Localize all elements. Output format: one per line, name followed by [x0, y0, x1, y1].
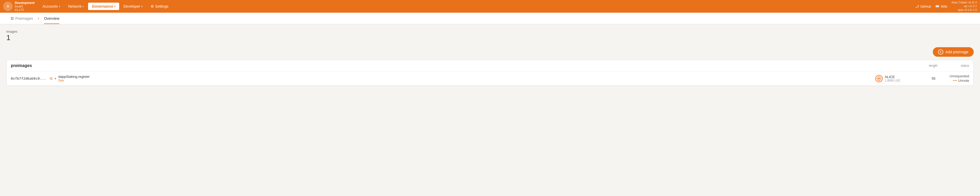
- environment-label: Development: [15, 1, 35, 5]
- account-name: ALICE: [885, 75, 900, 79]
- top-navigation: A Development local/1 #1,173 Accounts ▾ …: [0, 0, 980, 13]
- plus-circle-icon: +: [938, 49, 943, 54]
- svg-point-5: [880, 78, 881, 79]
- hash-cell: 0xfb7f2d6ab9c0...: [11, 76, 48, 80]
- subnav-overview[interactable]: Overview: [40, 13, 64, 24]
- status-cell: Unrequested — Unnote: [937, 74, 969, 83]
- node-label: local/1: [15, 5, 35, 8]
- expand-icon[interactable]: ▾: [54, 77, 56, 80]
- svg-point-2: [878, 76, 880, 78]
- col-status-header: status: [937, 64, 969, 67]
- status-unrequested: Unrequested: [937, 74, 969, 78]
- chevron-down-icon: ▾: [83, 5, 84, 8]
- chevron-down-icon: ▾: [114, 5, 116, 8]
- add-btn-row: + Add preimage: [6, 47, 974, 57]
- preimages-table: preimages length status 0xfb7f2d6ab9c0..…: [6, 60, 974, 86]
- length-cell: 55: [920, 76, 935, 80]
- nav-items: Accounts ▾ Network ▾ Governance ▾ Develo…: [39, 3, 915, 10]
- unnote-dash-icon: —: [953, 78, 957, 83]
- github-icon: ⎇: [915, 5, 919, 8]
- brand-logo: A: [3, 2, 13, 11]
- nav-network[interactable]: Network ▾: [64, 3, 88, 10]
- add-preimage-button[interactable]: + Add preimage: [933, 47, 974, 57]
- table-title: preimages: [11, 63, 922, 68]
- col-length-header: length: [922, 64, 937, 67]
- nav-accounts[interactable]: Accounts ▾: [39, 3, 64, 10]
- subnav: 🖼 Preimages › Overview: [0, 13, 980, 24]
- account-balance: 1.0055 LOC: [885, 79, 900, 82]
- book-icon: 📖: [935, 5, 939, 8]
- main-content: images 1 + Add preimage preimages length…: [0, 24, 980, 91]
- nav-right: ⎇ GitHub 📖 Wiki Astar Collator v6.41.0 a…: [915, 1, 977, 12]
- method-name: dappStaking.register: [58, 75, 873, 79]
- method-cell: dappStaking.register See: [58, 75, 873, 82]
- method-see-link[interactable]: See: [58, 79, 873, 82]
- subnav-preimages[interactable]: 🖼 Preimages: [6, 13, 37, 24]
- brand-block[interactable]: A Development local/1 #1,173: [3, 1, 35, 12]
- images-label: images: [6, 30, 18, 33]
- stats-row: images 1: [6, 30, 974, 42]
- unnote-button[interactable]: Unnote: [958, 79, 969, 83]
- nav-settings[interactable]: ⚙ Settings: [147, 3, 172, 10]
- table-row: 0xfb7f2d6ab9c0... ⧉ ▾ dappStaking.regist…: [6, 72, 974, 86]
- github-link[interactable]: ⎇ GitHub: [915, 5, 931, 8]
- block-label: #1,173: [15, 8, 35, 11]
- images-value: 1: [6, 33, 18, 42]
- svg-point-3: [878, 80, 880, 81]
- breadcrumb-separator: ›: [38, 16, 39, 21]
- nav-developer[interactable]: Developer ▾: [120, 3, 146, 10]
- account-identicon: [875, 75, 883, 82]
- image-icon: 🖼: [11, 17, 14, 20]
- account-cell: ALICE 1.0055 LOC: [875, 75, 918, 82]
- svg-point-1: [878, 78, 880, 80]
- copy-icon[interactable]: ⧉: [50, 76, 52, 81]
- version-info: Astar Collator v6.41.0 api v12.0.2 apps …: [951, 1, 977, 12]
- chevron-down-icon: ▾: [59, 5, 60, 8]
- images-stat: images 1: [6, 30, 18, 42]
- wiki-link[interactable]: 📖 Wiki: [935, 5, 947, 8]
- nav-governance[interactable]: Governance ▾: [88, 3, 119, 10]
- table-header: preimages length status: [6, 60, 974, 72]
- svg-point-4: [877, 78, 878, 79]
- chevron-down-icon: ▾: [141, 5, 143, 8]
